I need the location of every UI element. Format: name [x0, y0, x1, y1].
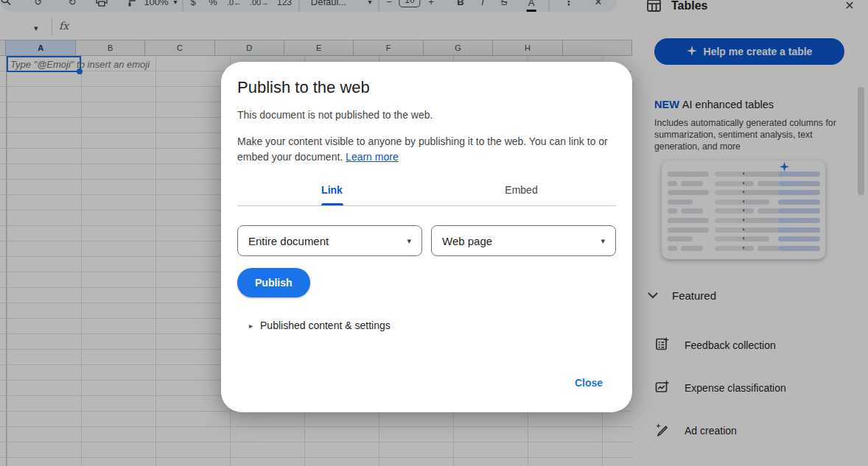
dialog-title: Publish to the web — [237, 78, 370, 97]
close-dialog-button[interactable]: Close — [575, 377, 603, 389]
published-content-settings-toggle[interactable]: ▸ Published content & settings — [249, 320, 391, 331]
publish-tabs: Link Embed — [237, 174, 616, 206]
content-select-dropdown[interactable]: Entire document ▾ — [237, 225, 422, 256]
tab-embed-label: Embed — [505, 184, 537, 196]
tab-embed[interactable]: Embed — [427, 174, 616, 205]
dialog-description: Make your content visible to anyone by p… — [237, 134, 617, 165]
sheets-app: ↺ ↻ 100% ▾ $ % .0← .00→ 123 Defaul... ▾ … — [0, 0, 868, 466]
chevron-right-icon: ▸ — [249, 322, 253, 330]
format-select-dropdown[interactable]: Web page ▾ — [431, 225, 616, 256]
tab-link[interactable]: Link — [237, 174, 427, 205]
publish-options-row: Entire document ▾ Web page ▾ — [237, 225, 616, 256]
active-tab-indicator — [321, 203, 343, 205]
disclosure-label: Published content & settings — [260, 320, 391, 331]
learn-more-link[interactable]: Learn more — [346, 151, 399, 163]
format-select-value: Web page — [442, 235, 492, 247]
chevron-down-icon: ▾ — [407, 236, 411, 246]
dialog-description-text: Make your content visible to anyone by p… — [237, 135, 608, 163]
content-select-value: Entire document — [248, 235, 329, 247]
publish-to-web-dialog: Publish to the web This document is not … — [221, 62, 632, 412]
publish-button[interactable]: Publish — [237, 268, 310, 297]
tab-link-label: Link — [321, 184, 343, 196]
chevron-down-icon: ▾ — [601, 236, 605, 246]
dialog-status-text: This document is not published to the we… — [237, 109, 433, 121]
